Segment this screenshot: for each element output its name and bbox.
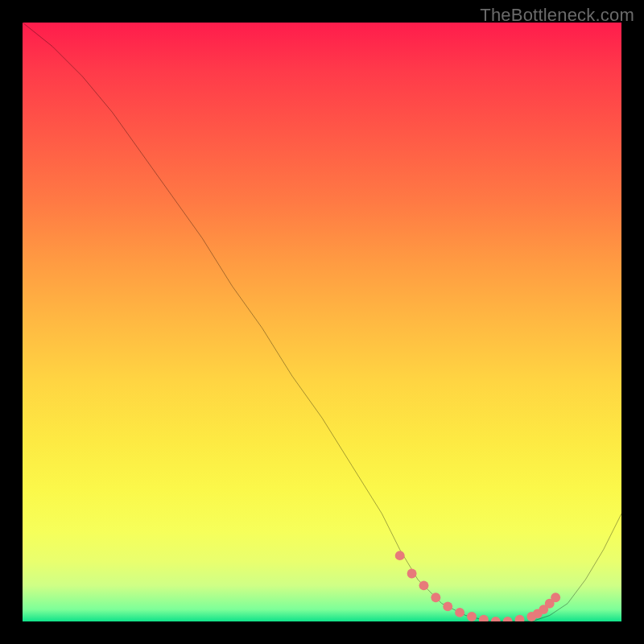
- highlight-dot: [419, 580, 429, 590]
- highlight-dot: [551, 592, 560, 602]
- highlight-dots: [395, 551, 560, 621]
- highlight-dot: [503, 617, 513, 621]
- highlight-dot: [443, 601, 452, 611]
- curve-line: [23, 23, 621, 621]
- highlight-dot: [395, 551, 405, 560]
- highlight-dot: [491, 617, 501, 621]
- highlight-dot: [479, 615, 489, 621]
- highlight-dot: [455, 608, 464, 617]
- highlight-dot: [515, 615, 525, 621]
- highlight-dot: [407, 569, 417, 579]
- chart-container: TheBottleneck.com: [0, 0, 644, 644]
- chart-svg: [23, 23, 621, 621]
- highlight-dot: [467, 612, 477, 621]
- highlight-dot: [431, 592, 440, 602]
- plot-area: [23, 23, 621, 621]
